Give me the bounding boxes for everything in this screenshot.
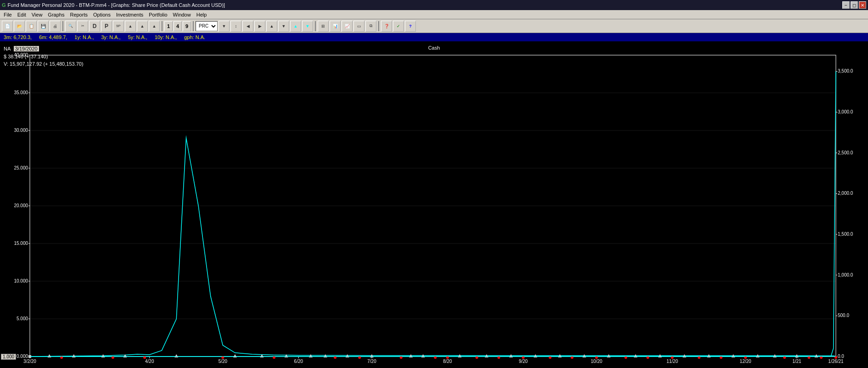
toolbar-zoom[interactable]: 🔍 xyxy=(65,21,76,32)
toolbar-copy[interactable]: ⧉ xyxy=(365,21,376,32)
app-icon: G xyxy=(2,2,6,8)
stat-3m: 3m: 6,720.3, xyxy=(4,34,32,40)
toolbar-btn-2[interactable]: 📂 xyxy=(14,21,25,32)
toolbar-chart3[interactable]: ▭ xyxy=(353,21,364,32)
toolbar-num-9[interactable]: 9 xyxy=(183,21,191,31)
sep-1 xyxy=(62,21,63,31)
toolbar-btn-1[interactable]: 📄 xyxy=(2,21,13,32)
restore-button[interactable]: ◻ xyxy=(851,1,858,9)
stat-3y: 3y: N.A., xyxy=(101,34,121,40)
title-bar: G Fund Manager Personal 2020 - BTM-P.mm4… xyxy=(2,2,225,8)
toolbar-bold-p[interactable]: P xyxy=(101,21,112,32)
menu-options[interactable]: Options xyxy=(90,11,113,18)
toolbar-left[interactable]: ◀ xyxy=(242,21,253,32)
menu-investments[interactable]: Investments xyxy=(113,11,146,18)
toolbar-btn-4[interactable]: 💾 xyxy=(38,21,49,32)
toolbar-move[interactable]: ↕ xyxy=(230,21,241,32)
chart-label: Cash xyxy=(428,45,440,51)
toolbar-grid[interactable]: ⊞ xyxy=(318,21,329,32)
toolbar-dropdown[interactable]: ▼ xyxy=(218,21,230,32)
toolbar-check[interactable]: ✓ xyxy=(393,21,404,32)
toolbar: 📄 📂 📋 💾 🖨 🔍 ✂ D P 9P ▲ ▲ ▲ 1 4 9 PRC ▼ ↕… xyxy=(0,19,868,33)
menu-edit[interactable]: Edit xyxy=(15,11,29,18)
stat-5y: 5y: N.A., xyxy=(128,34,147,40)
toolbar-down[interactable]: ▼ xyxy=(278,21,289,32)
toolbar-num-1[interactable]: 1 xyxy=(164,21,173,31)
toolbar-bold-d[interactable]: D xyxy=(89,21,100,32)
stat-gph: gph: N.A. xyxy=(184,34,205,40)
chart-canvas[interactable] xyxy=(0,41,868,368)
window-title: Fund Manager Personal 2020 - BTM-P.mm4 -… xyxy=(8,2,225,8)
stats-bar: 3m: 6,720.3, 6m: 4,489.7, 1y: N.A., 3y: … xyxy=(0,33,868,41)
value-box: 1.000 xyxy=(1,354,16,360)
toolbar-help[interactable]: ❓ xyxy=(381,21,392,32)
chart-price: $ 38.140 (+ 37.140) xyxy=(4,53,84,61)
prc-select[interactable]: PRC xyxy=(196,21,218,31)
toolbar-right[interactable]: ▶ xyxy=(254,21,265,32)
toolbar-up2[interactable]: ▲ xyxy=(137,21,148,32)
toolbar-cut[interactable]: ✂ xyxy=(77,21,88,32)
menu-portfolio[interactable]: Portfolio xyxy=(146,11,170,18)
toolbar-up1[interactable]: ▲ xyxy=(125,21,136,32)
menu-view[interactable]: View xyxy=(29,11,45,18)
chart-volume: V: 15,907,127.92 (+ 15,480,153.70) xyxy=(4,60,84,68)
date-box-inline: 3/19/2020 xyxy=(14,46,39,51)
toolbar-info[interactable]: ? xyxy=(405,21,416,32)
stat-1y: 1y: N.A., xyxy=(74,34,94,40)
menu-file[interactable]: File xyxy=(1,11,15,18)
toolbar-up3[interactable]: ▲ xyxy=(149,21,160,32)
toolbar-up-alt[interactable]: ▲ xyxy=(290,21,301,32)
toolbar-chart1[interactable]: 📊 xyxy=(330,21,341,32)
chart-info: NA 3/19/2020 $ 38.140 (+ 37.140) V: 15,9… xyxy=(4,45,84,68)
toolbar-up[interactable]: ▲ xyxy=(266,21,277,32)
chart-na: NA 3/19/2020 xyxy=(4,45,84,53)
toolbar-chart2[interactable]: 📈 xyxy=(342,21,353,32)
menu-reports[interactable]: Reports xyxy=(67,11,90,18)
menu-help[interactable]: Help xyxy=(194,11,210,18)
minimize-button[interactable]: − xyxy=(842,1,850,9)
toolbar-num-4[interactable]: 4 xyxy=(174,21,182,31)
stat-6m: 6m: 4,489.7, xyxy=(39,34,67,40)
toolbar-btn-5[interactable]: 🖨 xyxy=(50,21,61,32)
toolbar-btn-3[interactable]: 📋 xyxy=(26,21,37,32)
menu-window[interactable]: Window xyxy=(170,11,194,18)
sep-2 xyxy=(162,21,162,31)
sep-3 xyxy=(193,21,194,31)
toolbar-down-alt[interactable]: ▼ xyxy=(302,21,313,32)
toolbar-9p[interactable]: 9P xyxy=(113,21,124,32)
sep-4 xyxy=(315,21,316,31)
stat-10y: 10y: N.A., xyxy=(155,34,177,40)
sep-5 xyxy=(378,21,379,31)
menu-graphs[interactable]: Graphs xyxy=(45,11,67,18)
close-button[interactable]: ✕ xyxy=(859,1,866,9)
chart-wrapper: NA 3/19/2020 $ 38.140 (+ 37.140) V: 15,9… xyxy=(0,41,868,368)
menu-bar: File Edit View Graphs Reports Options In… xyxy=(0,10,868,19)
